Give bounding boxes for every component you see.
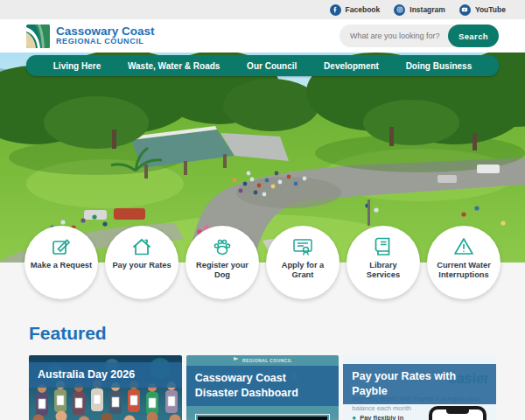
instagram-label: Instagram — [410, 5, 445, 14]
grant-certificate-icon — [291, 235, 314, 258]
facebook-label: Facebook — [346, 5, 381, 14]
quick-link-label: Register your Dog — [186, 261, 259, 281]
instagram-link[interactable]: Instagram — [394, 4, 445, 16]
site-header: Cassowary Coast REGIONAL COUNCIL Search — [0, 19, 525, 52]
facebook-icon — [330, 4, 341, 16]
card-title: Pay your Rates with Payble — [343, 364, 496, 404]
home-icon — [130, 235, 153, 258]
quick-link-make-a-request[interactable]: Make a Request — [24, 226, 98, 299]
social-topbar: Facebook Instagram YouTube — [0, 0, 525, 19]
flag-icon — [233, 357, 240, 364]
flag-text: REGIONAL COUNCIL — [242, 358, 292, 363]
disaster-url: disaster.cassowarycoast.qld.gov.au — [198, 416, 328, 420]
quick-link-label: Library Services — [346, 261, 420, 281]
phone-screen: Cassowary Coast REGIONAL COUNCIL — [432, 410, 483, 420]
card-title: Australia Day 2026 — [29, 362, 182, 388]
disaster-url-frame: disaster.cassowarycoast.qld.gov.au — [195, 414, 331, 420]
warning-triangle-icon — [452, 235, 475, 258]
quick-link-label: Current Water Interruptions — [427, 261, 500, 281]
youtube-label: YouTube — [475, 5, 506, 14]
council-flag: REGIONAL COUNCIL — [186, 357, 340, 364]
bullet-dot-icon: ● — [352, 413, 356, 420]
council-logo[interactable]: Cassowary Coast REGIONAL COUNCIL — [26, 24, 155, 48]
nav-our-council[interactable]: Our Council — [247, 61, 297, 71]
payble-bullet-text: Pay flexibly in weekly, fortnightly or m… — [360, 413, 420, 420]
paw-icon — [211, 235, 234, 258]
search-input[interactable] — [340, 24, 458, 47]
youtube-link[interactable]: YouTube — [459, 4, 506, 16]
phone-notch-icon — [446, 410, 469, 414]
card-australia-day[interactable]: Australia Day 2026 — [29, 355, 182, 420]
quick-link-library-services[interactable]: Library Services — [346, 226, 420, 299]
logo-text-line2: REGIONAL COUNCIL — [56, 38, 155, 46]
instagram-icon — [394, 4, 405, 16]
featured-section: Featured — [0, 323, 525, 420]
youtube-icon — [459, 4, 471, 16]
quick-link-apply-for-a-grant[interactable]: Apply for a Grant — [266, 226, 340, 299]
main-navigation: Living Here Waste, Water & Roads Our Cou… — [26, 55, 499, 76]
logo-text-line1: Cassowary Coast — [56, 25, 155, 38]
council-logo-icon — [26, 24, 50, 48]
quick-link-register-your-dog[interactable]: Register your Dog — [186, 226, 259, 299]
card-title: Cassowary Coast Disaster Dashboard — [186, 366, 340, 406]
edit-icon — [50, 235, 73, 258]
facebook-link[interactable]: Facebook — [330, 4, 381, 16]
nav-living-here[interactable]: Living Here — [53, 61, 101, 71]
search-button[interactable]: Search — [448, 24, 499, 47]
payble-bullet-item: ● Pay flexibly in weekly, fortnightly or… — [352, 413, 420, 420]
quick-link-label: Pay your Rates — [107, 261, 176, 270]
quick-links-row: Make a Request Pay your Rates Register y… — [24, 226, 500, 299]
nav-waste-water-roads[interactable]: Waste, Water & Roads — [128, 61, 220, 71]
quick-link-pay-your-rates[interactable]: Pay your Rates — [105, 226, 178, 299]
site-search: Search — [340, 24, 499, 47]
quick-link-label: Make a Request — [25, 261, 97, 270]
quick-link-current-water-interruptions[interactable]: Current Water Interruptions — [427, 226, 500, 299]
card-pay-rates-payble[interactable]: easier payment details with Payble & aut… — [343, 355, 496, 420]
card-disaster-dashboard[interactable]: REGIONAL COUNCIL Be prepared in a disast… — [186, 355, 340, 420]
featured-heading: Featured — [29, 323, 496, 344]
book-icon — [372, 235, 395, 258]
nav-development[interactable]: Development — [324, 61, 379, 71]
nav-doing-business[interactable]: Doing Business — [406, 61, 472, 71]
payble-phone-mockup: Cassowary Coast REGIONAL COUNCIL — [429, 406, 486, 420]
quick-link-label: Apply for a Grant — [266, 261, 340, 281]
featured-cards-row: Australia Day 2026 REGIONAL COUNCIL Be p… — [29, 355, 496, 420]
